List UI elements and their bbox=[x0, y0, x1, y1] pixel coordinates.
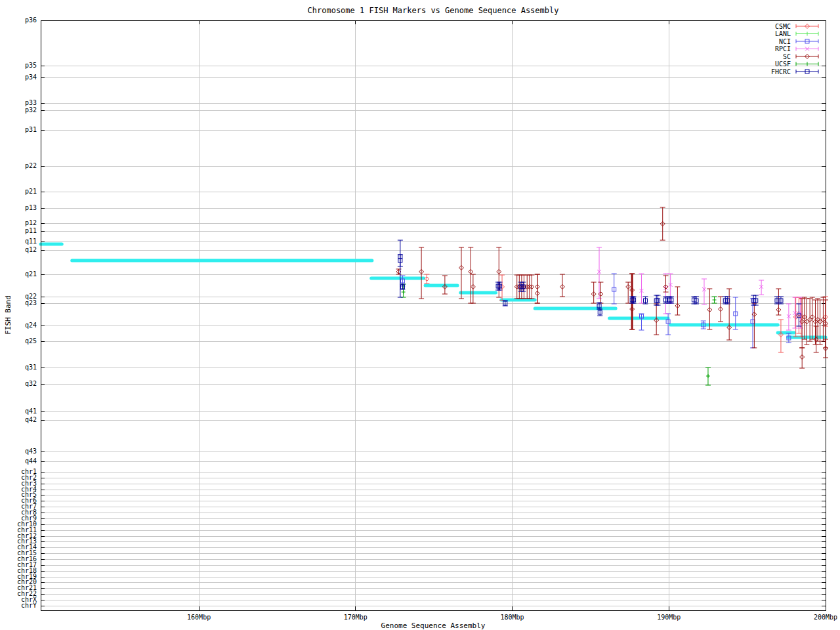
data-point bbox=[529, 275, 534, 299]
data-point bbox=[400, 284, 405, 289]
data-point bbox=[759, 280, 764, 295]
y-tick-label: p22 bbox=[25, 162, 37, 169]
y-tick-label: q32 bbox=[25, 380, 37, 387]
legend-label: RPCI bbox=[775, 45, 791, 52]
data-point bbox=[820, 297, 826, 341]
legend-sample bbox=[796, 54, 818, 59]
data-point bbox=[642, 297, 648, 304]
legend-entry-lanl: LANL bbox=[775, 30, 818, 37]
data-point bbox=[810, 297, 815, 339]
data-point bbox=[823, 339, 828, 358]
x-tick-label: 200Mbp bbox=[814, 614, 837, 621]
x-tick-label: 180Mbp bbox=[500, 614, 524, 621]
legend-label: LANL bbox=[775, 30, 791, 37]
data-point bbox=[591, 282, 597, 303]
data-point bbox=[560, 274, 565, 297]
legend-label: NCI bbox=[779, 38, 791, 45]
legend-sample bbox=[796, 24, 818, 29]
axis-ticks bbox=[41, 20, 826, 610]
data-point bbox=[786, 304, 791, 330]
data-point bbox=[612, 274, 617, 304]
data-point bbox=[807, 299, 812, 341]
data-point bbox=[799, 348, 805, 368]
data-point bbox=[712, 297, 717, 303]
legend-entry-rpci: RPCI bbox=[775, 45, 818, 52]
data-point bbox=[471, 274, 476, 303]
y-tick-label: q31 bbox=[25, 364, 37, 371]
y-tick-label: p12 bbox=[25, 219, 37, 226]
data-point bbox=[705, 368, 711, 385]
legend: CSMCLANLNCIRPCISCUCSFFHCRC bbox=[771, 23, 818, 75]
y-tick-label: q42 bbox=[25, 416, 37, 423]
y-tick-label: q12 bbox=[25, 246, 37, 253]
legend-label: UCSF bbox=[775, 60, 791, 68]
legend-entry-fhcrc: FHCRC bbox=[771, 68, 818, 75]
gridlines bbox=[41, 20, 826, 610]
y-tick-label: q21 bbox=[25, 270, 37, 278]
legend-sample bbox=[796, 70, 818, 74]
y-tick-label: q44 bbox=[25, 457, 37, 465]
data-point bbox=[701, 321, 706, 329]
legend-label: CSMC bbox=[775, 23, 791, 30]
y-tick-label: q25 bbox=[25, 337, 37, 345]
data-point bbox=[424, 274, 429, 284]
y-tick-label: p35 bbox=[25, 62, 37, 69]
data-point bbox=[503, 301, 508, 306]
data-point bbox=[660, 207, 665, 240]
y-tick-label: p31 bbox=[25, 126, 37, 133]
legend-entry-nci: NCI bbox=[779, 38, 818, 45]
legend-label: SC bbox=[783, 53, 791, 60]
legend-entry-sc: SC bbox=[783, 53, 818, 60]
y-tick-label: q24 bbox=[25, 322, 37, 329]
band-bars bbox=[41, 244, 826, 337]
legend-entry-ucsf: UCSF bbox=[775, 60, 818, 68]
data-point bbox=[639, 314, 644, 330]
x-tick-label: 170Mbp bbox=[344, 614, 368, 621]
data-point bbox=[468, 247, 473, 303]
y-tick-label: p21 bbox=[25, 188, 37, 195]
legend-label: FHCRC bbox=[771, 68, 791, 75]
series-fhcrc bbox=[398, 240, 802, 326]
data-point bbox=[792, 297, 797, 328]
y-tick-label: p11 bbox=[25, 227, 37, 234]
x-tick-label: 190Mbp bbox=[657, 614, 681, 621]
y-tick-label: q41 bbox=[25, 408, 37, 415]
data-point bbox=[597, 303, 602, 309]
data-point bbox=[669, 297, 674, 303]
data-point bbox=[778, 297, 784, 304]
y-tick-label: p33 bbox=[25, 99, 37, 106]
y-tick-label: q23 bbox=[25, 299, 37, 306]
chart-container: Chromosome 1 FISH Markers vs Genome Sequ… bbox=[0, 0, 840, 630]
y-tick-label: chrY bbox=[21, 602, 37, 609]
y-tick-label: p32 bbox=[25, 106, 37, 114]
data-point bbox=[718, 297, 723, 322]
plot-area: p36p35p34p33p32p31p22p21p13p12p11q11q12q… bbox=[0, 0, 840, 630]
data-point bbox=[459, 247, 464, 299]
legend-sample bbox=[796, 32, 818, 36]
y-tick-label: p13 bbox=[25, 204, 37, 211]
y-tick-label: q11 bbox=[25, 238, 37, 245]
legend-entry-csmc: CSMC bbox=[775, 23, 818, 30]
legend-sample bbox=[796, 47, 818, 51]
data-point bbox=[631, 297, 637, 303]
x-tick-label: 160Mbp bbox=[187, 614, 211, 621]
y-tick-label: q43 bbox=[25, 448, 37, 455]
y-tick-label: p36 bbox=[25, 16, 37, 24]
data-point bbox=[521, 275, 526, 299]
plot-border bbox=[41, 20, 826, 610]
data-point bbox=[702, 279, 707, 304]
y-tick-label: p34 bbox=[25, 74, 37, 81]
data-point bbox=[675, 287, 680, 315]
legend-sample bbox=[796, 39, 818, 43]
data-point bbox=[597, 309, 602, 316]
data-point bbox=[419, 247, 424, 299]
